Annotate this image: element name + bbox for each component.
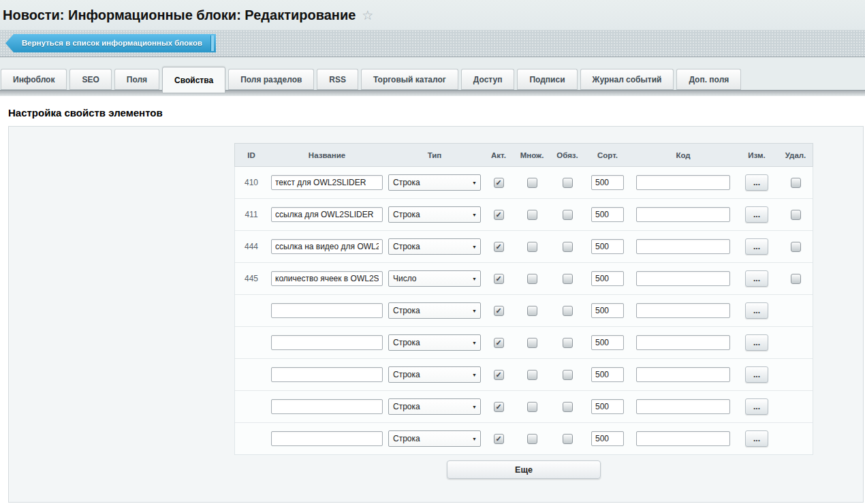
tab-infoblock[interactable]: Инфоблок (1, 69, 67, 90)
code-input[interactable] (636, 335, 730, 350)
back-to-list-button[interactable]: Вернуться в список информационных блоков (5, 34, 216, 52)
delete-checkbox[interactable] (791, 210, 801, 220)
sort-input[interactable] (591, 303, 624, 318)
delete-checkbox[interactable] (791, 274, 801, 284)
required-checkbox[interactable] (563, 434, 573, 444)
property-name-input[interactable] (271, 335, 383, 350)
required-checkbox[interactable] (563, 306, 573, 316)
required-checkbox[interactable] (563, 178, 573, 188)
chevron-down-icon: ▼ (472, 245, 477, 249)
active-checkbox[interactable]: ✓ (494, 434, 504, 444)
tab-properties[interactable]: Свойства (162, 67, 225, 93)
code-input[interactable] (636, 207, 730, 222)
property-type-select[interactable]: Строка ▼ (388, 398, 481, 415)
active-checkbox[interactable]: ✓ (494, 242, 504, 252)
property-id: 410 (245, 178, 258, 187)
property-type-select[interactable]: Строка ▼ (388, 174, 481, 191)
active-checkbox[interactable]: ✓ (494, 178, 504, 188)
table-row: Строка ▼ ✓ ... (235, 359, 813, 391)
property-name-input[interactable] (271, 207, 383, 222)
multiple-checkbox[interactable] (527, 338, 537, 348)
active-checkbox[interactable]: ✓ (494, 338, 504, 348)
tab-trade-catalog[interactable]: Торговый каталог (361, 69, 458, 90)
property-type-select[interactable]: Строка ▼ (388, 334, 481, 351)
code-input[interactable] (636, 271, 730, 286)
property-name-input[interactable] (271, 239, 383, 254)
required-checkbox[interactable] (563, 338, 573, 348)
tab-captions[interactable]: Подписи (517, 69, 577, 90)
code-input[interactable] (636, 239, 730, 254)
more-button[interactable]: Еще (447, 460, 601, 479)
column-header: Тип (428, 151, 442, 159)
edit-settings-button[interactable]: ... (745, 270, 768, 287)
multiple-checkbox[interactable] (527, 210, 537, 220)
required-checkbox[interactable] (563, 370, 573, 380)
multiple-checkbox[interactable] (527, 242, 537, 252)
property-type-select[interactable]: Строка ▼ (388, 302, 481, 319)
tab-rss[interactable]: RSS (317, 69, 358, 90)
multiple-checkbox[interactable] (527, 434, 537, 444)
tab-seo[interactable]: SEO (69, 69, 111, 90)
property-type-select[interactable]: Строка ▼ (388, 430, 481, 447)
required-checkbox[interactable] (563, 210, 573, 220)
sort-input[interactable] (591, 271, 624, 286)
property-name-input[interactable] (271, 431, 383, 446)
favorite-star-icon[interactable]: ☆ (362, 7, 373, 23)
sort-input[interactable] (591, 431, 624, 446)
property-type-select[interactable]: Строка ▼ (388, 238, 481, 255)
tab-fields[interactable]: Поля (114, 69, 159, 90)
required-checkbox[interactable] (563, 402, 573, 412)
active-checkbox[interactable]: ✓ (494, 210, 504, 220)
property-name-input[interactable] (271, 271, 383, 286)
edit-settings-button[interactable]: ... (745, 430, 768, 447)
table-row: Строка ▼ ✓ ... (235, 423, 813, 454)
sort-input[interactable] (591, 367, 624, 382)
property-name-input[interactable] (271, 175, 383, 190)
code-input[interactable] (636, 431, 730, 446)
property-name-input[interactable] (271, 399, 383, 414)
property-type-select[interactable]: Число ▼ (388, 270, 481, 287)
edit-settings-button[interactable]: ... (745, 238, 768, 255)
property-id: 445 (245, 274, 258, 283)
property-name-input[interactable] (271, 303, 383, 318)
multiple-checkbox[interactable] (527, 370, 537, 380)
column-header: Название (309, 151, 345, 159)
code-input[interactable] (636, 303, 730, 318)
delete-checkbox[interactable] (791, 178, 801, 188)
tab-section-fields[interactable]: Поля разделов (228, 69, 314, 90)
edit-settings-button[interactable]: ... (745, 334, 768, 351)
tab-event-log[interactable]: Журнал событий (580, 69, 674, 90)
multiple-checkbox[interactable] (527, 402, 537, 412)
tab-extra-fields[interactable]: Доп. поля (676, 69, 741, 90)
edit-settings-button[interactable]: ... (745, 174, 768, 191)
active-checkbox[interactable]: ✓ (494, 306, 504, 316)
required-checkbox[interactable] (563, 274, 573, 284)
sort-input[interactable] (591, 239, 624, 254)
property-name-input[interactable] (271, 367, 383, 382)
context-toolbar: Вернуться в список информационных блоков (0, 30, 865, 57)
delete-checkbox[interactable] (791, 242, 801, 252)
active-checkbox[interactable]: ✓ (494, 370, 504, 380)
active-checkbox[interactable]: ✓ (494, 402, 504, 412)
code-input[interactable] (636, 399, 730, 414)
sort-input[interactable] (591, 207, 624, 222)
multiple-checkbox[interactable] (527, 306, 537, 316)
edit-settings-button[interactable]: ... (745, 398, 768, 415)
edit-settings-button[interactable]: ... (745, 302, 768, 319)
property-type-select[interactable]: Строка ▼ (388, 366, 481, 383)
multiple-checkbox[interactable] (527, 274, 537, 284)
code-input[interactable] (636, 367, 730, 382)
active-checkbox[interactable]: ✓ (494, 274, 504, 284)
edit-settings-button[interactable]: ... (745, 366, 768, 383)
property-type-select[interactable]: Строка ▼ (388, 206, 481, 223)
table-body: 410 Строка ▼ ✓ ... 411 Строка ▼ ✓ ... (234, 167, 813, 455)
tabs-shadow-divider (0, 90, 865, 96)
tab-access[interactable]: Доступ (461, 69, 515, 90)
required-checkbox[interactable] (563, 242, 573, 252)
sort-input[interactable] (591, 399, 624, 414)
sort-input[interactable] (591, 335, 624, 350)
sort-input[interactable] (591, 175, 624, 190)
code-input[interactable] (636, 175, 730, 190)
edit-settings-button[interactable]: ... (745, 206, 768, 223)
multiple-checkbox[interactable] (527, 178, 537, 188)
